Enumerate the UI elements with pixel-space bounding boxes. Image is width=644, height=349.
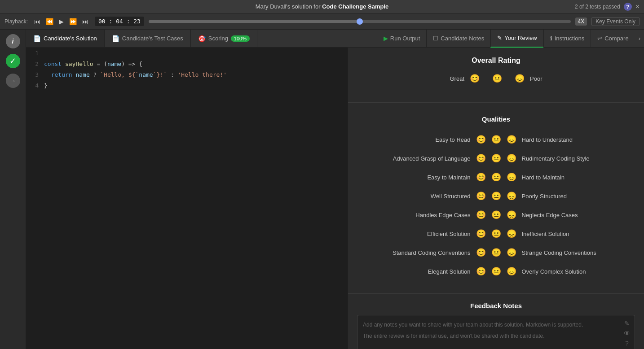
divider-2 [348, 293, 644, 294]
compare-label: Compare [604, 35, 628, 42]
quality-row-1: Advanced Grasp of Language 😊 😐 😞 Rudimen… [362, 149, 631, 168]
tab-candidate-notes[interactable]: ☐ Candidate Notes [426, 30, 490, 48]
quality-btns-1: 😊 😐 😞 [474, 152, 518, 165]
rating-poor[interactable]: 😞 Poor [513, 72, 542, 85]
playback-timeline[interactable] [149, 20, 571, 23]
line-content-4: } [44, 80, 48, 91]
quality-happy-5[interactable]: 😊 [474, 227, 488, 240]
playback-progress [149, 20, 360, 23]
rating-great-label: Great [450, 75, 465, 82]
feedback-placeholder-1: Add any notes you want to share with you… [363, 321, 629, 329]
skip-to-end-button[interactable]: ⏭ [80, 17, 90, 26]
happy-emoji-button[interactable]: 😊 [468, 72, 481, 85]
time-display: 00 : 04 : 23 [95, 17, 144, 26]
close-button[interactable]: × [635, 3, 640, 11]
content-area: 📄 Candidate's Solution 📄 Candidate's Tes… [26, 30, 644, 349]
quality-row-2: Easy to Maintain 😊 😐 😞 Hard to Maintain [362, 168, 631, 187]
code-line-3: 3 return name ? `Hello, ${`name`}!` : 'H… [26, 69, 348, 80]
quality-left-3: Well Structured [362, 193, 474, 200]
tab-compare[interactable]: ⇌ Compare [591, 30, 635, 48]
quality-neutral-0[interactable]: 😐 [490, 133, 503, 146]
quality-happy-7[interactable]: 😊 [474, 265, 488, 278]
tab-scoring[interactable]: 🎯 Scoring 100% [191, 30, 257, 47]
quality-btns-2: 😊 😐 😞 [474, 170, 518, 184]
quality-btns-3: 😊 😐 😞 [474, 189, 518, 203]
arrow-icon[interactable]: → [6, 74, 20, 88]
candidates-test-cases-icon: 📄 [112, 35, 119, 42]
quality-sad-6[interactable]: 😞 [505, 246, 518, 259]
neutral-emoji-button[interactable]: 😐 [490, 72, 504, 85]
tab-run-output[interactable]: ▶ Run Output [377, 30, 427, 48]
rating-great[interactable]: Great 😊 [450, 72, 482, 85]
quality-right-4: Neglects Edge Cases [518, 212, 631, 218]
feedback-icons: ✎ 👁 ? [624, 320, 630, 347]
rating-neutral[interactable]: 😐 [490, 72, 504, 85]
quality-neutral-1[interactable]: 😐 [490, 152, 503, 165]
quality-happy-0[interactable]: 😊 [474, 133, 488, 146]
quality-neutral-2[interactable]: 😐 [490, 170, 503, 184]
quality-happy-6[interactable]: 😊 [474, 246, 488, 259]
playback-label: Playback: [4, 18, 28, 25]
step-forward-button[interactable]: ⏩ [67, 17, 79, 26]
quality-happy-2[interactable]: 😊 [474, 170, 488, 184]
sad-emoji-button[interactable]: 😞 [513, 72, 526, 85]
feedback-box[interactable]: Add any notes you want to share with you… [357, 315, 635, 349]
tab-candidates-solution[interactable]: 📄 Candidate's Solution [26, 30, 105, 47]
feedback-edit-button[interactable]: ✎ [624, 320, 630, 327]
quality-neutral-3[interactable]: 😐 [490, 189, 503, 203]
help-badge[interactable]: ? [624, 3, 632, 11]
overall-rating-section: Overall Rating Great 😊 😐 😞 Poor [348, 48, 644, 99]
key-events-button[interactable]: Key Events Only [591, 17, 640, 26]
skip-to-start-button[interactable]: ⏮ [32, 17, 42, 26]
editor-review: 1 2 const sayHello = (name) => { 3 retur… [26, 48, 644, 349]
feedback-help-button[interactable]: ? [624, 340, 630, 347]
candidates-solution-icon: 📄 [33, 35, 41, 42]
run-output-icon: ▶ [384, 35, 388, 42]
check-icon[interactable]: ✓ [6, 54, 20, 68]
tab-scroll-right[interactable]: › [635, 35, 644, 42]
quality-happy-3[interactable]: 😊 [474, 189, 488, 203]
quality-sad-3[interactable]: 😞 [505, 189, 518, 203]
quality-right-2: Hard to Maintain [518, 174, 631, 181]
quality-right-3: Poorly Structured [518, 193, 631, 200]
left-sidebar: i ✓ → [0, 30, 26, 349]
quality-right-5: Inefficient Solution [518, 231, 631, 237]
code-editor[interactable]: 1 2 const sayHello = (name) => { 3 retur… [26, 48, 348, 349]
playback-bar: Playback: ⏮ ⏪ ▶ ⏩ ⏭ 00 : 04 : 23 4X Key … [0, 13, 644, 30]
tab-instructions[interactable]: ℹ Instructions [543, 30, 591, 48]
quality-sad-2[interactable]: 😞 [505, 170, 518, 184]
playback-thumb[interactable] [357, 18, 363, 25]
feedback-section: Feedback Notes Add any notes you want to… [348, 297, 644, 349]
quality-row-7: Elegant Solution 😊 😐 😞 Overly Complex So… [362, 262, 631, 281]
info-icon[interactable]: i [6, 34, 20, 48]
quality-sad-4[interactable]: 😞 [505, 208, 518, 222]
quality-sad-0[interactable]: 😞 [505, 133, 518, 146]
quality-btns-4: 😊 😐 😞 [474, 208, 518, 222]
right-tabs: ▶ Run Output ☐ Candidate Notes ✎ Your Re… [377, 30, 644, 48]
candidates-test-cases-label: Candidate's Test Cases [122, 35, 183, 42]
quality-sad-5[interactable]: 😞 [505, 227, 518, 240]
instructions-label: Instructions [555, 35, 584, 42]
quality-row-6: Standard Coding Conventions 😊 😐 😞 Strang… [362, 243, 631, 262]
quality-row-5: Efficient Solution 😊 😐 😞 Inefficient Sol… [362, 224, 631, 243]
quality-sad-1[interactable]: 😞 [505, 152, 518, 165]
run-output-label: Run Output [390, 35, 420, 42]
tab-candidates-test-cases[interactable]: 📄 Candidate's Test Cases [105, 30, 191, 47]
speed-button[interactable]: 4X [575, 17, 587, 26]
tab-your-review[interactable]: ✎ Your Review [490, 30, 543, 48]
quality-left-2: Easy to Maintain [362, 174, 474, 181]
play-button[interactable]: ▶ [57, 17, 66, 26]
quality-neutral-6[interactable]: 😐 [490, 246, 503, 259]
line-number-3: 3 [26, 69, 44, 80]
quality-happy-1[interactable]: 😊 [474, 152, 488, 165]
quality-neutral-5[interactable]: 😐 [490, 227, 503, 240]
feedback-preview-button[interactable]: 👁 [624, 330, 630, 337]
quality-neutral-4[interactable]: 😐 [490, 208, 503, 222]
quality-neutral-7[interactable]: 😐 [490, 265, 503, 278]
compare-icon: ⇌ [597, 35, 602, 42]
quality-row-0: Easy to Read 😊 😐 😞 Hard to Understand [362, 130, 631, 149]
overall-rating-options: Great 😊 😐 😞 Poor [362, 72, 631, 85]
step-back-button[interactable]: ⏪ [44, 17, 55, 26]
quality-sad-7[interactable]: 😞 [505, 265, 518, 278]
quality-happy-4[interactable]: 😊 [474, 208, 488, 222]
